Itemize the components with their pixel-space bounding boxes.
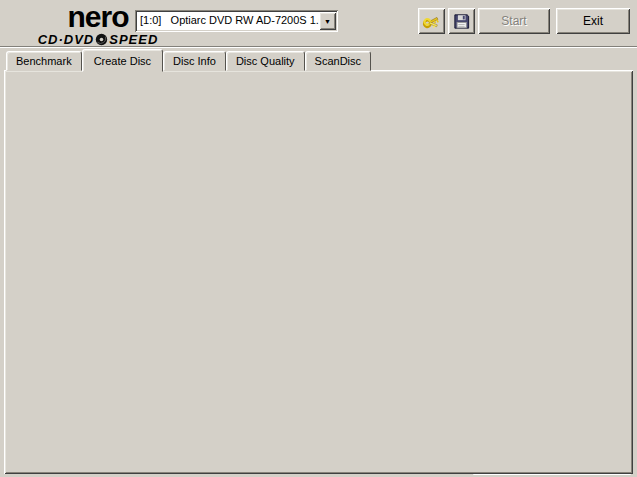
start-button[interactable]: Start <box>478 8 550 34</box>
tab-create-disc[interactable]: Create Disc <box>82 49 163 72</box>
tab-bar: Benchmark Create Disc Disc Info Disc Qua… <box>6 50 371 71</box>
app-window: nero CD·DVD SPEED [1:0] Optiarc DVD RW A… <box>0 0 637 477</box>
exit-button[interactable]: Exit <box>556 8 630 34</box>
drive-select[interactable]: [1:0] Optiarc DVD RW AD-7200S 1.05 ▼ <box>135 10 338 32</box>
floppy-icon <box>452 12 471 31</box>
tab-disc-info[interactable]: Disc Info <box>163 51 226 71</box>
drive-select-arrow[interactable]: ▼ <box>319 12 336 30</box>
tab-benchmark[interactable]: Benchmark <box>6 51 82 71</box>
tab-scandisc[interactable]: ScanDisc <box>305 51 371 71</box>
chevron-down-icon: ▼ <box>324 18 331 25</box>
header-separator <box>0 46 637 48</box>
save-button[interactable] <box>448 8 475 34</box>
logo-cdvdspeed: CD·DVD SPEED <box>14 33 182 46</box>
tab-disc-quality[interactable]: Disc Quality <box>226 51 305 71</box>
keys-icon <box>421 11 442 32</box>
drive-select-value: [1:0] Optiarc DVD RW AD-7200S 1.05 <box>140 14 331 26</box>
tab-page <box>4 70 633 474</box>
options-button[interactable] <box>418 8 445 34</box>
disc-icon <box>95 33 108 46</box>
